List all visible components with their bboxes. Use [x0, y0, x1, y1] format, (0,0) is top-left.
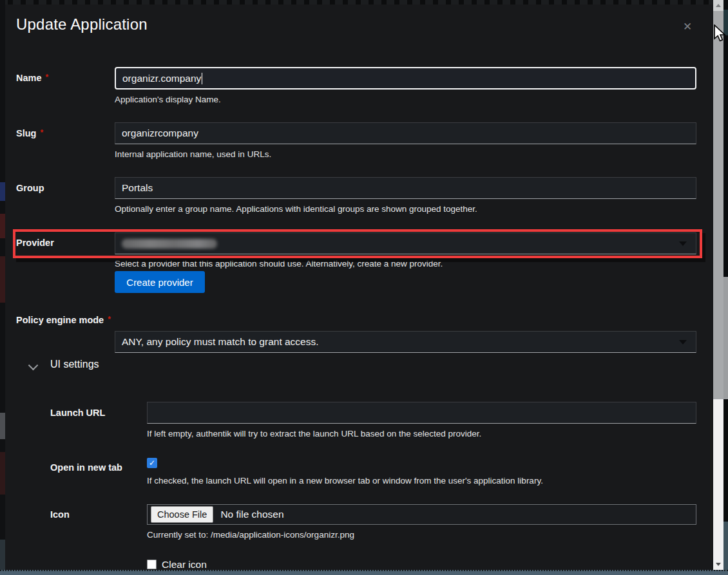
clear-icon-checkbox[interactable]	[147, 560, 157, 569]
bottom-edge-bar	[0, 570, 728, 575]
policy-engine-mode-value: ANY, any policy must match to grant acce…	[122, 336, 319, 348]
slug-input-value: organizrcompany	[122, 127, 198, 139]
required-marker: *	[40, 128, 43, 137]
clear-icon-label: Clear icon	[162, 559, 207, 570]
icon-file-input[interactable]: Choose File No file chosen	[147, 504, 696, 525]
group-input[interactable]: Portals	[115, 177, 696, 199]
icon-help: Currently set to: /media/application-ico…	[147, 530, 354, 540]
arrow-up-icon	[716, 4, 721, 7]
name-label-text: Name	[16, 73, 42, 83]
group-label: Group	[16, 183, 44, 193]
scroll-up-button[interactable]	[713, 0, 723, 11]
name-input-value: organizr.company	[122, 73, 201, 84]
group-input-value: Portals	[122, 182, 153, 194]
screen: Update Application ✕ Name* organizr.comp…	[0, 0, 728, 575]
group-help: Optionally enter a group name. Applicati…	[115, 204, 477, 214]
required-marker: *	[108, 315, 111, 324]
chevron-down-icon	[679, 241, 687, 246]
name-input[interactable]: organizr.company	[115, 67, 696, 90]
scroll-down-button[interactable]	[713, 559, 723, 570]
modal-scrollbar[interactable]	[713, 0, 723, 570]
provider-help: Select a provider that this application …	[115, 259, 443, 269]
policy-engine-mode-label-text: Policy engine mode	[16, 315, 104, 325]
text-caret	[202, 73, 202, 84]
scrollbar-thumb[interactable]	[713, 11, 723, 399]
name-label: Name*	[16, 73, 48, 83]
slug-label: Slug*	[16, 128, 43, 138]
launch-url-input[interactable]	[147, 402, 696, 424]
backdrop-fragment	[0, 540, 5, 570]
backdrop-fragment	[0, 256, 5, 303]
chevron-down-icon	[679, 340, 687, 344]
open-in-new-tab-checkbox[interactable]: ✓	[147, 458, 157, 468]
open-in-new-tab-help: If checked, the launch URL will open in …	[147, 476, 543, 485]
file-status-text: No file chosen	[220, 509, 283, 520]
launch-url-help: If left empty, authentik will try to ext…	[147, 429, 481, 438]
create-provider-button[interactable]: Create provider	[115, 271, 205, 293]
open-in-new-tab-label: Open in new tab	[50, 462, 122, 473]
policy-engine-mode-label: Policy engine mode*	[16, 315, 111, 325]
backdrop-fragment	[0, 214, 5, 238]
ui-settings-section-label: UI settings	[50, 359, 99, 370]
arrow-down-icon	[716, 563, 721, 566]
slug-help: Internal application name, used in URLs.	[115, 149, 271, 159]
slug-input[interactable]: organizrcompany	[115, 122, 696, 144]
ui-settings-toggle[interactable]	[30, 360, 37, 372]
page-scrollbar-partial[interactable]	[723, 0, 728, 575]
choose-file-button[interactable]: Choose File	[151, 506, 213, 523]
provider-label: Provider	[16, 238, 54, 248]
page-scrollbar-segment	[723, 522, 728, 570]
name-help: Application's display Name.	[115, 95, 221, 104]
page-scrollbar-segment	[723, 10, 728, 35]
icon-label: Icon	[50, 509, 70, 520]
backdrop-top-edge	[0, 0, 728, 5]
chevron-down-icon	[28, 361, 39, 371]
modal-title: Update Application	[16, 15, 148, 33]
backdrop-fragment	[0, 182, 5, 201]
policy-engine-mode-select[interactable]: ANY, any policy must match to grant acce…	[115, 331, 696, 353]
checkmark-icon: ✓	[149, 458, 155, 467]
backdrop-fragment	[0, 413, 5, 439]
page-scrollbar-thumb[interactable]	[723, 277, 728, 399]
close-icon[interactable]: ✕	[683, 21, 692, 32]
backdrop-left-edge	[0, 0, 5, 575]
launch-url-label: Launch URL	[50, 408, 105, 418]
provider-select[interactable]	[115, 232, 696, 254]
backdrop-fragment	[0, 452, 5, 495]
required-marker: *	[46, 73, 49, 82]
provider-selected-value-redacted	[122, 239, 217, 249]
update-application-modal: Update Application ✕ Name* organizr.comp…	[5, 5, 713, 570]
slug-label-text: Slug	[16, 128, 36, 138]
